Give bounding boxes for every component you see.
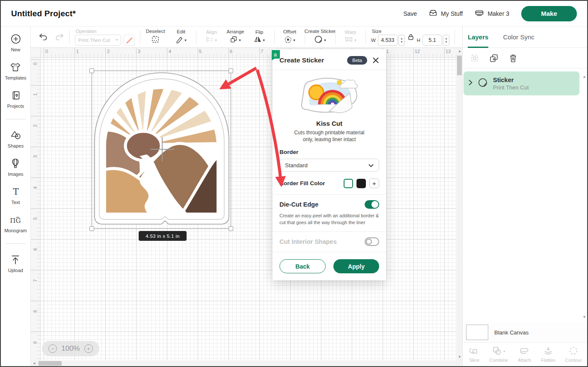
zoom-in-button[interactable]: + [84,344,93,353]
sidebar-item-shapes[interactable]: Shapes [8,130,24,148]
edit-button[interactable]: Edit ▾ [171,29,191,45]
sidebar-item-text[interactable]: T Text [10,186,21,205]
tab-color-sync[interactable]: Color Sync [503,27,534,48]
scroll-left-arrow[interactable]: ◄ [33,362,36,365]
operation-select[interactable]: Print Then Cut▾ [75,35,121,46]
duplicate-icon[interactable] [489,53,499,63]
size-label: Size [371,29,449,34]
slice-button[interactable]: Slice [469,346,479,363]
ruler-corner [31,48,41,58]
operation-group: Operation Print Then Cut▾ [75,29,135,46]
layers-scroll-up-arrow[interactable]: ▲ [582,74,586,79]
make-button[interactable]: Make [521,6,577,21]
border-fill-swatch-white[interactable] [344,179,353,188]
contour-icon [568,346,579,356]
flip-icon [254,36,261,44]
contour-button[interactable]: Contour [565,346,582,363]
zoom-control: − 100% + [42,341,99,356]
die-cut-edge-toggle[interactable] [365,200,379,209]
paperclip-icon [519,346,530,356]
flip-button[interactable]: Flip ▾ [249,30,269,44]
sidebar-item-projects[interactable]: Projects [7,90,24,109]
edit-toolbar: Operation Print Then Cut▾ Deselect Edit … [31,27,462,48]
design-canvas[interactable]: 0 1 2 3 4 5 6 7 8 9 10 11 12 13 0 [31,48,462,366]
undo-button[interactable] [39,33,48,42]
main: New Templates Projects Shapes Images T [1,27,587,366]
layer-item-sticker[interactable]: Sticker Print Then Cut [463,71,579,95]
canvas-background-row[interactable]: Blank Canvas [463,323,588,342]
svg-text:T: T [13,186,19,197]
border-label: Border [279,149,379,155]
balloon-icon [10,158,21,170]
scroll-down-arrow[interactable]: ▼ [458,355,461,359]
sidebar-item-monogram[interactable]: ΠG Monogram [4,214,27,233]
die-cut-edge-description: Create an easy-peel with an additional b… [273,209,386,231]
scroll-up-arrow[interactable]: ▲ [458,50,461,53]
save-button[interactable]: Save [403,10,417,17]
align-button[interactable]: Align ▾ [202,30,221,44]
sidebar-item-images[interactable]: Images [8,158,23,177]
deselect-button[interactable]: Deselect [146,29,165,45]
height-input[interactable]: 5.1 [422,35,442,46]
selection-handle-bottom-left[interactable] [89,226,94,231]
zoom-out-button[interactable]: − [48,344,57,353]
canvas-background-label: Blank Canvas [494,329,529,336]
selection-handle-top-left[interactable] [89,68,94,73]
vertical-scroll-thumb[interactable] [457,56,462,75]
selection-handle-bottom-right[interactable] [229,226,233,231]
panel-title: Create Sticker [279,56,347,64]
flatten-button[interactable]: Flatten [541,346,555,363]
attach-button[interactable]: Attach [518,346,531,363]
rail-divider [6,119,26,119]
trash-icon[interactable] [509,53,517,63]
die-cut-edge-label: Die-Cut Edge [279,201,365,208]
border-style-select[interactable]: Standard [279,159,379,172]
close-icon[interactable] [372,57,379,64]
my-stuff-button[interactable]: My Stuff [429,9,463,18]
sticker-peel-icon [314,35,323,45]
svg-text:ΠG: ΠG [10,217,21,225]
height-spin-buttons[interactable]: ▲▼ [443,35,449,46]
layer-toolbar [463,48,588,68]
combine-button[interactable]: ▾ Combine [489,346,508,363]
kiss-cut-illustration [273,70,386,116]
vertical-ruler: 0 1 2 3 4 5 6 7 8 9 [31,58,41,361]
sidebar-item-new[interactable]: New [10,33,21,52]
height-label: H [417,38,420,43]
align-icon [206,36,214,44]
offset-button[interactable]: Offset ▾ [280,29,300,45]
center-column: Operation Print Then Cut▾ Deselect Edit … [31,27,462,366]
arrange-button[interactable]: Arrange ▾ [226,29,245,45]
chevron-down-icon [368,162,374,169]
horizontal-scrollbar[interactable]: ◄ [31,361,457,366]
width-input[interactable]: 4.533 [378,35,398,46]
vertical-scrollbar[interactable]: ▲ ▼ [457,48,462,361]
cut-type-title: Kiss Cut [273,120,386,127]
back-button[interactable]: Back [279,259,326,273]
operation-color-swatch[interactable] [124,35,135,46]
layers-scroll-down-arrow[interactable]: ▼ [582,315,586,319]
tab-layers[interactable]: Layers [468,27,488,48]
add-color-button[interactable]: + [369,178,379,188]
select-all-icon[interactable] [470,54,479,62]
aspect-lock[interactable] [408,34,414,40]
layer-expand-chevron[interactable] [469,80,472,87]
width-spin-buttons[interactable]: ▲▼ [398,35,405,46]
cut-interior-toggle[interactable] [365,237,379,246]
sidebar-item-templates[interactable]: Templates [5,62,26,80]
deselect-icon [151,35,160,45]
horizontal-scroll-thumb[interactable] [39,361,62,366]
redo-button[interactable] [55,33,64,42]
apply-button[interactable]: Apply [333,259,379,273]
create-sticker-button[interactable]: Create Sticker ▾ [310,29,330,45]
canvas-thumbnail[interactable] [466,325,488,340]
horizontal-ruler: 0 1 2 3 4 5 6 7 8 9 10 11 12 13 [41,48,457,58]
warp-button[interactable]: Warp ▾ [341,30,360,44]
machine-selector[interactable]: Maker 3 [475,9,509,18]
sticker-artwork[interactable] [92,71,231,229]
sidebar-item-upload[interactable]: Upload [8,254,23,273]
width-stepper: 4.533 ▲▼ [378,35,405,46]
selection-handle-top-right[interactable] [229,68,233,73]
layer-name: Sticker [493,77,529,83]
border-fill-swatch-black[interactable] [356,179,366,188]
